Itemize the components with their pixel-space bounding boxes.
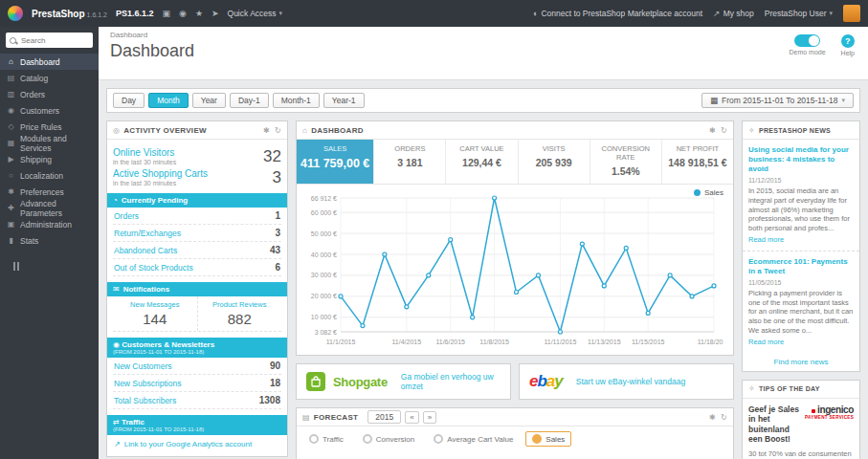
refresh-icon[interactable]: ↻	[721, 413, 727, 422]
svg-text:11/15/2015: 11/15/2015	[632, 339, 665, 345]
forecast-next-button[interactable]: »	[423, 411, 436, 424]
online-visitors-sub: in the last 30 minutes	[113, 159, 176, 165]
gear-icon[interactable]: ✱	[709, 413, 716, 422]
find-more-news-link[interactable]: Find more news	[743, 353, 859, 371]
news-article-title[interactable]: Ecommerce 101: Payments in a Tweet	[748, 257, 854, 276]
tips-icon: ✧	[748, 384, 755, 393]
filter-month-1-button[interactable]: Month-1	[273, 93, 320, 108]
sidebar-item-catalog[interactable]: ▤Catalog	[0, 70, 99, 86]
sidebar: ⌂Dashboard ▤Catalog ▥Orders ◉Customers ◇…	[0, 27, 99, 459]
filter-day-button[interactable]: Day	[113, 93, 145, 108]
new-customers-link[interactable]: New Customers	[114, 361, 171, 371]
sidebar-item-customers[interactable]: ◉Customers	[0, 102, 99, 119]
filter-year-1-button[interactable]: Year-1	[323, 93, 365, 108]
read-more-link[interactable]: Read more	[748, 338, 854, 346]
forecast-chip-average-cart-value[interactable]: Average Cart Value	[427, 431, 520, 447]
active-carts-link[interactable]: Active Shopping Carts	[113, 168, 208, 179]
kpi-visits[interactable]: Visits205 939	[519, 140, 590, 184]
help-icon[interactable]: ?	[841, 34, 855, 48]
sidebar-item-stats[interactable]: ▮Stats	[0, 232, 99, 249]
chart-legend[interactable]: Sales	[694, 188, 723, 197]
traffic-range: (FROM 2015-11-01 TO 2015-11-18)	[113, 426, 281, 432]
my-shop-link[interactable]: ↗My shop	[713, 9, 754, 18]
sidebar-item-advanced-parameters[interactable]: ✚Advanced Parameters	[0, 200, 99, 216]
new-messages-cell[interactable]: New Messages144	[113, 296, 198, 331]
total-subscribers-value: 1308	[259, 395, 280, 405]
forecast-prev-button[interactable]: «	[405, 411, 418, 424]
out-of-stock-link[interactable]: Out of Stock Products	[114, 263, 193, 273]
sidebar-item-administration[interactable]: ▣Administration	[0, 216, 99, 232]
filter-month-button[interactable]: Month	[148, 93, 189, 108]
kpi-value: 148 918,51 €	[666, 157, 729, 168]
kpi-orders[interactable]: Orders3 181	[374, 140, 446, 184]
sidebar-item-modules[interactable]: ▦Modules and Services	[0, 135, 99, 151]
gear-icon[interactable]: ✱	[263, 126, 270, 135]
product-reviews-label: Product Reviews	[198, 300, 282, 309]
kpi-value: 1.54%	[594, 165, 657, 177]
online-visitors-link[interactable]: Online Visitors	[113, 147, 176, 158]
search-input[interactable]	[19, 35, 89, 46]
pending-returns-link[interactable]: Return/Exchanges	[114, 229, 181, 238]
date-range-button[interactable]: ▦ From 2015-11-01 To 2015-11-18 ▾	[701, 93, 854, 108]
pending-orders-link[interactable]: Orders	[114, 211, 139, 221]
google-analytics-link[interactable]: ↗ Link to your Google Analytics account	[113, 435, 281, 450]
prestashop-logo[interactable]	[8, 6, 23, 21]
sidebar-item-label: Catalog	[20, 74, 48, 83]
kpi-cart-value[interactable]: Cart Value129,44 €	[446, 140, 518, 184]
marketplace-icon: ◐	[533, 9, 538, 18]
shopgate-link[interactable]: Ga mobiel en verhoog uw omzet	[401, 372, 501, 391]
new-subscriptions-link[interactable]: New Subscriptions	[114, 379, 181, 388]
sidebar-item-preferences[interactable]: ✱Preferences	[0, 184, 99, 200]
news-article-date: 11/12/2015	[748, 177, 854, 184]
customer-icon[interactable]: ◉	[179, 9, 187, 18]
kpi-conversion-rate[interactable]: Conversion Rate1.54%	[590, 140, 662, 184]
forecast-chip-conversion[interactable]: Conversion	[356, 431, 421, 447]
avatar[interactable]	[843, 5, 860, 22]
star-icon[interactable]: ★	[195, 9, 203, 18]
legend-ring-icon	[309, 434, 319, 444]
sidebar-item-label: Shipping	[20, 155, 52, 164]
active-carts-value: 3	[273, 168, 281, 187]
refresh-icon[interactable]: ↻	[721, 126, 727, 135]
forecast-year-select[interactable]: 2015	[367, 410, 401, 424]
forecast-title: FORECAST	[314, 413, 358, 422]
rocket-icon[interactable]: ➤	[211, 9, 219, 18]
abandoned-carts-link[interactable]: Abandoned Carts	[114, 246, 177, 255]
ebay-module: ebay Start uw eBay-winkel vandaag	[519, 363, 734, 400]
user-menu[interactable]: PrestaShop User▾	[765, 9, 833, 18]
ebay-link[interactable]: Start uw eBay-winkel vandaag	[576, 377, 685, 386]
product-reviews-cell[interactable]: Product Reviews882	[198, 296, 282, 331]
sidebar-item-orders[interactable]: ▥Orders	[0, 86, 99, 102]
sidebar-item-price-rules[interactable]: ◇Price Rules	[0, 119, 99, 135]
kpi-sales[interactable]: Sales411 759,00 €	[297, 140, 374, 184]
topbar: PrestaShop1.6.1.2 PS1.6.1.2 ▣ ◉ ★ ➤ Quic…	[0, 0, 868, 27]
news-article-title[interactable]: Using social media for your business: 4 …	[748, 145, 854, 174]
forecast-chip-traffic[interactable]: Traffic	[302, 431, 350, 447]
svg-text:60 000 €: 60 000 €	[311, 209, 337, 216]
filter-year-button[interactable]: Year	[192, 93, 226, 108]
demo-mode-toggle[interactable]	[794, 34, 820, 47]
forecast-chip-sales[interactable]: Sales	[525, 431, 571, 447]
tips-panel-title: TIPS OF THE DAY	[759, 385, 820, 392]
total-subscribers-link[interactable]: Total Subscribers	[114, 396, 176, 405]
news-panel: ✧ PRESTASHOP NEWS Using social media for…	[742, 120, 860, 372]
shop-icon[interactable]: ▣	[163, 9, 171, 18]
external-link-icon: ↗	[114, 440, 121, 448]
read-more-link[interactable]: Read more	[748, 235, 854, 244]
person-icon: ◉	[113, 340, 120, 349]
filter-day-1-button[interactable]: Day-1	[230, 93, 269, 108]
new-customers-value: 90	[270, 361, 280, 371]
svg-text:11/4/2015: 11/4/2015	[392, 339, 422, 345]
refresh-icon[interactable]: ↻	[275, 126, 281, 135]
sidebar-collapse-button[interactable]	[13, 262, 99, 271]
shipping-icon: ▶	[7, 155, 15, 164]
marketplace-connect-link[interactable]: ◐Connect to PrestaShop Marketplace accou…	[533, 9, 702, 18]
demo-mode-control: Demo mode	[789, 34, 825, 55]
sidebar-item-dashboard[interactable]: ⌂Dashboard	[0, 54, 99, 70]
sidebar-item-shipping[interactable]: ▶Shipping	[0, 151, 99, 167]
kpi-net-profit[interactable]: Net Profit148 918,51 €	[662, 140, 733, 184]
gear-icon[interactable]: ✱	[709, 126, 716, 135]
quick-access-menu[interactable]: Quick Access▾	[228, 9, 283, 18]
sidebar-item-localization[interactable]: ○Localization	[0, 167, 99, 184]
price-rules-icon: ◇	[7, 122, 15, 131]
